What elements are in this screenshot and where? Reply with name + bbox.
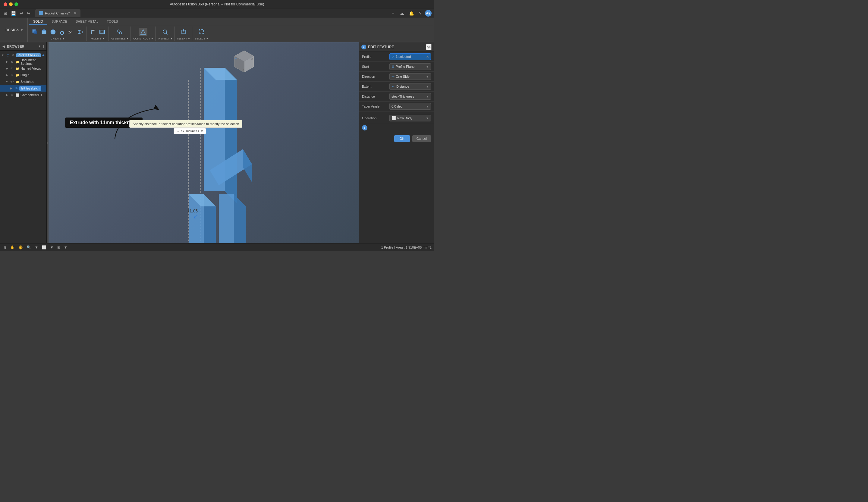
expander-root[interactable]: ▼ [1, 54, 5, 57]
assemble-button[interactable] [115, 28, 124, 36]
panel-row-profile: Profile ↗ 1 selected ✕ [359, 52, 434, 62]
expander-docsettings[interactable]: ▶ [5, 60, 9, 63]
create-more-button[interactable] [76, 28, 84, 36]
undo-button[interactable]: ↩ [18, 10, 24, 16]
browser-item-component[interactable]: ▶ 👁 ⬜ Component1:1 [0, 92, 46, 98]
browser-item-docsettings[interactable]: ▶ ⚙ 📁 Document Settings [0, 59, 46, 65]
eye-icon-root[interactable]: 👁 [11, 53, 16, 57]
distance-value[interactable]: stockThickness ▼ [389, 93, 431, 100]
zoom-tool-button[interactable]: 🔍 [25, 245, 32, 250]
tab-solid[interactable]: SOLID [29, 18, 47, 25]
user-avatar[interactable]: AE [425, 10, 432, 17]
direction-label: Direction [362, 75, 388, 79]
start-dropdown-arrow: ▼ [426, 65, 429, 69]
pan-tool-button[interactable]: 🖐 [17, 245, 24, 250]
maximize-button[interactable] [14, 2, 18, 6]
create-torus-button[interactable] [58, 28, 66, 36]
component-icon: ⬜ [15, 93, 20, 97]
inspect-button[interactable] [161, 28, 169, 36]
ok-button[interactable]: OK [394, 135, 410, 142]
sketches-label: Sketches [21, 80, 46, 83]
close-button[interactable] [3, 2, 7, 6]
svg-marker-35 [234, 194, 246, 243]
design-dropdown-button[interactable]: DESIGN ▼ [1, 18, 28, 42]
taper-text: 0.0 deg [392, 105, 403, 108]
redo-button[interactable]: ↪ [25, 10, 32, 16]
origin-label: Origin [21, 73, 46, 77]
svg-point-7 [61, 31, 64, 34]
expander-sketches[interactable]: ▼ [5, 80, 9, 83]
input-dropdown[interactable]: ▼ [200, 129, 204, 133]
help-button[interactable]: ? [418, 10, 423, 16]
browser-header: ◀ BROWSER ⋮ | [0, 42, 46, 51]
snap-tool-button[interactable]: ⊕ [2, 245, 8, 250]
browser-item-sketches[interactable]: ▼ 👁 📁 Sketches [0, 79, 46, 85]
layout-dropdown-button[interactable]: ▼ [63, 245, 69, 250]
save-button[interactable]: 💾 [10, 10, 17, 16]
browser-collapse-button[interactable]: ◀ [2, 44, 5, 49]
profile-clear-button[interactable]: ✕ [426, 55, 429, 59]
create-fx-button[interactable]: fx [67, 28, 75, 36]
grid-menu-button[interactable]: ⊞ [2, 10, 8, 16]
cancel-button[interactable]: Cancel [412, 135, 431, 142]
browser-item-leftlegsketch[interactable]: ▶ 👁 left leg sketch [0, 85, 46, 92]
3d-shape: 11.05 ↙ [137, 65, 288, 243]
profile-value[interactable]: ↗ 1 selected ✕ [389, 53, 431, 60]
display-mode-button[interactable]: ⬜ [41, 245, 48, 250]
settings-icon: ⚙ [10, 59, 14, 64]
extent-value[interactable]: ↔ Distance ▼ [389, 83, 431, 90]
svg-rect-13 [101, 31, 104, 33]
svg-rect-1 [34, 31, 37, 34]
cursor-tool-button[interactable]: ✋ [9, 245, 16, 250]
expander-namedviews[interactable]: ▶ [5, 67, 9, 70]
modify-shell-button[interactable] [98, 28, 106, 36]
tab-close-icon[interactable]: ✕ [74, 11, 77, 15]
select-button[interactable] [197, 28, 206, 36]
browser-item-namedviews[interactable]: ▶ 👁 📁 Named Views [0, 65, 46, 72]
browser-item-root[interactable]: ▼ ⬡ 👁 Rocket Chair v2 ⏺ [0, 52, 46, 59]
sidebar: ◀ BROWSER ⋮ | ▼ ⬡ 👁 Rocket Chair v2 ⏺ ▶ … [0, 42, 47, 243]
start-value[interactable]: ⊕ Profile Plane ▼ [389, 63, 431, 70]
tab-tools[interactable]: TOOLS [103, 18, 122, 25]
minimize-button[interactable] [9, 2, 13, 6]
distance-input[interactable]: ↔ ckThickness ▼ [174, 128, 206, 134]
gizmo-cube[interactable]: Z X Y [232, 48, 253, 69]
design-dropdown-arrow: ▼ [21, 29, 23, 32]
construct-button[interactable] [139, 28, 147, 36]
main-area: ◀ BROWSER ⋮ | ▼ ⬡ 👁 Rocket Chair v2 ⏺ ▶ … [0, 42, 434, 243]
direction-value[interactable]: ⇒ One Side ▼ [389, 73, 431, 80]
create-sphere-button[interactable] [49, 28, 57, 36]
active-tab[interactable]: Rocket Chair v2* ✕ [35, 9, 81, 17]
notifications-button[interactable]: 🔔 [408, 10, 415, 16]
operation-value[interactable]: ⬜ New Body ▼ [389, 115, 431, 122]
direction-text: One Side [396, 75, 410, 79]
zoom-dropdown-button[interactable]: ▼ [33, 245, 40, 250]
panel-title: EDIT FEATURE [368, 45, 394, 49]
expander-component[interactable]: ▶ [5, 93, 9, 96]
add-tab-button[interactable]: ＋ [390, 10, 396, 17]
expander-leftleg[interactable]: ▶ [9, 87, 13, 90]
start-icon: ⊕ [392, 64, 394, 69]
modify-fillet-button[interactable] [89, 28, 97, 36]
create-extrude-button[interactable] [31, 28, 39, 36]
taper-value[interactable]: 0.0 deg ▼ [389, 103, 431, 110]
design-label: DESIGN [6, 28, 19, 32]
layout-button[interactable]: ⊞ [56, 245, 61, 250]
cloud-sync-button[interactable]: ☁ [399, 10, 405, 16]
folder-icon-sketches: 📁 [15, 79, 20, 84]
panel-row-operation: Operation ⬜ New Body ▼ [359, 113, 434, 123]
insert-button[interactable] [179, 28, 188, 36]
expander-origin[interactable]: ▶ [5, 74, 9, 76]
browser-item-origin[interactable]: ▶ 👁 📁 Origin [0, 72, 46, 79]
tab-surface[interactable]: SURFACE [47, 18, 71, 25]
tab-sheetmetal[interactable]: SHEET METAL [71, 18, 103, 25]
panel-expand-button[interactable]: ≫ [426, 44, 432, 50]
display-dropdown-button[interactable]: ▼ [49, 245, 55, 250]
viewport[interactable]: 11.05 ↙ Extrude with 11mm thickness Spec… [49, 42, 359, 243]
svg-text:fx: fx [69, 30, 72, 34]
input-value: ckThickness [181, 129, 199, 133]
create-box-button[interactable] [40, 28, 48, 36]
eye-icon-component: 👁 [10, 93, 14, 97]
window-title: Autodesk Fusion 360 (Personal – Not for … [170, 2, 264, 6]
browser-options-button[interactable]: ⋮ [38, 44, 41, 49]
